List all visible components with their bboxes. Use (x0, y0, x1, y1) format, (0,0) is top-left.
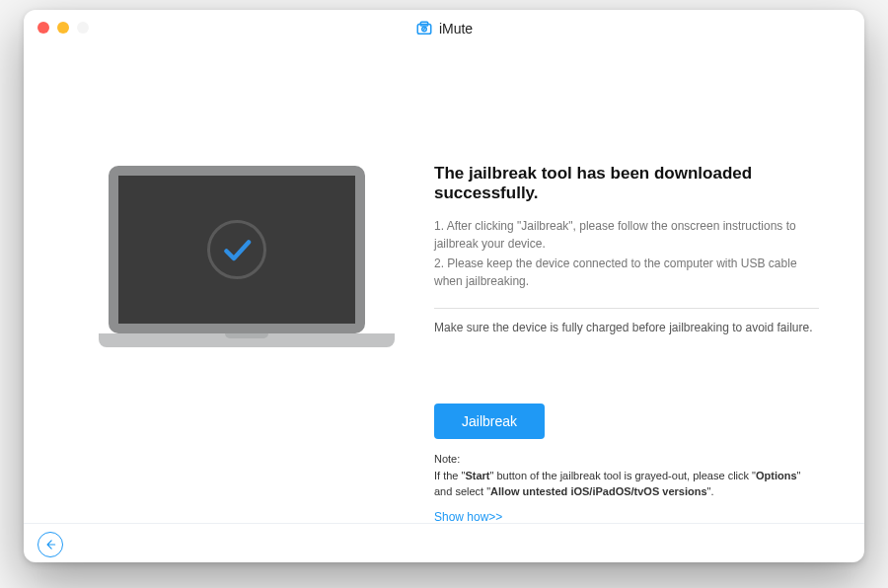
instruction-2: 2. Please keep the device connected to t… (434, 255, 819, 290)
illustration-pane (59, 77, 414, 552)
laptop-notch (225, 333, 268, 338)
app-window: iMute The jailbreak tool has been down (24, 10, 864, 562)
note-lead: Note: (434, 451, 819, 468)
jailbreak-button[interactable]: Jailbreak (434, 404, 545, 439)
main-content: The jailbreak tool has been downloaded s… (24, 47, 864, 562)
note-text-2: " button of the jailbreak tool is grayed… (489, 470, 756, 481)
note-bold-options: Options (756, 470, 797, 481)
note-block: Note: If the "Start" button of the jailb… (434, 451, 819, 500)
divider (434, 308, 819, 309)
laptop-screen (109, 166, 365, 333)
instruction-1: 1. After clicking "Jailbreak", please fo… (434, 217, 819, 253)
window-title: iMute (24, 20, 864, 37)
window-close-button[interactable] (37, 22, 49, 34)
checkmark-icon (207, 220, 266, 279)
note-bold-allow: Allow untested iOS/iPadOS/tvOS versions (490, 485, 706, 497)
window-minimize-button[interactable] (57, 22, 69, 34)
headline: The jailbreak tool has been downloaded s… (434, 164, 819, 203)
laptop-illustration (99, 166, 375, 347)
arrow-left-icon (43, 538, 57, 551)
app-logo-icon (415, 20, 433, 37)
footer-bar (24, 523, 864, 562)
note-text-4: ". (707, 485, 714, 497)
titlebar: iMute (24, 10, 864, 47)
instructions-pane: The jailbreak tool has been downloaded s… (414, 77, 829, 552)
laptop-base (99, 333, 395, 347)
window-controls (37, 22, 89, 34)
back-button[interactable] (37, 532, 63, 557)
window-title-text: iMute (439, 21, 473, 37)
note-bold-start: Start (465, 470, 489, 481)
show-how-link[interactable]: Show how>> (434, 510, 502, 524)
note-text-1: If the " (434, 470, 465, 481)
charge-warning: Make sure the device is fully charged be… (434, 321, 819, 334)
window-zoom-button[interactable] (77, 22, 89, 34)
